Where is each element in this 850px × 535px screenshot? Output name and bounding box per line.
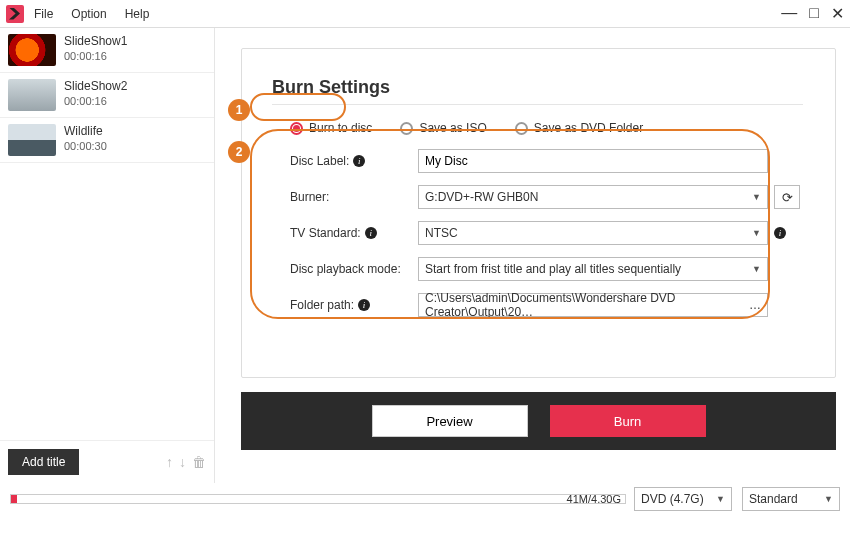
burner-select[interactable]: G:DVD+-RW GHB0N▼	[418, 185, 768, 209]
move-up-icon[interactable]: ↑	[166, 454, 173, 470]
burn-settings-panel: Burn Settings 1 Burn to disc Save as ISO…	[241, 48, 836, 378]
sidebar: SlideShow1 00:00:16 SlideShow2 00:00:16 …	[0, 28, 215, 483]
refresh-burner-button[interactable]: ⟳	[774, 185, 800, 209]
panel-title: Burn Settings	[272, 77, 803, 105]
footer: 41M/4.30G DVD (4.7G)▼ Standard▼	[0, 483, 850, 535]
radio-burn-to-disc[interactable]: Burn to disc	[290, 121, 372, 135]
chevron-down-icon: ▼	[752, 264, 761, 274]
close-icon[interactable]: ✕	[831, 4, 844, 23]
burner-label: Burner:	[290, 190, 418, 204]
delete-icon[interactable]: 🗑	[192, 454, 206, 470]
menu-file[interactable]: File	[34, 7, 53, 21]
maximize-icon[interactable]: □	[809, 4, 819, 23]
burn-button[interactable]: Burn	[550, 405, 706, 437]
action-bar: Preview Burn	[241, 392, 836, 450]
size-progress-bar: 41M/4.30G	[10, 494, 626, 504]
main-area: Burn Settings 1 Burn to disc Save as ISO…	[215, 28, 850, 483]
callout-1: 1	[228, 99, 250, 121]
chevron-down-icon: ▼	[752, 192, 761, 202]
tv-standard-label: TV Standard:i	[290, 226, 418, 240]
browse-icon[interactable]: …	[749, 298, 761, 312]
item-duration: 00:00:30	[64, 140, 107, 152]
move-down-icon[interactable]: ↓	[179, 454, 186, 470]
radio-save-iso[interactable]: Save as ISO	[400, 121, 486, 135]
quality-select[interactable]: Standard▼	[742, 487, 840, 511]
radio-save-folder[interactable]: Save as DVD Folder	[515, 121, 643, 135]
tv-standard-row: TV Standard:i NTSC▼ i	[272, 221, 803, 245]
disc-label-row: Disc Label:i	[272, 149, 803, 173]
playback-mode-select[interactable]: Start from frist title and play all titl…	[418, 257, 768, 281]
chevron-down-icon: ▼	[824, 494, 833, 504]
disc-label-label: Disc Label:i	[290, 154, 418, 168]
item-title: SlideShow1	[64, 34, 127, 48]
item-duration: 00:00:16	[64, 50, 127, 62]
menu-bar: File Option Help	[34, 7, 149, 21]
add-title-button[interactable]: Add title	[8, 449, 79, 475]
preview-button[interactable]: Preview	[372, 405, 528, 437]
info-icon[interactable]: i	[365, 227, 377, 239]
thumbnail	[8, 34, 56, 66]
output-type-row: Burn to disc Save as ISO Save as DVD Fol…	[272, 113, 803, 149]
playback-mode-label: Disc playback mode:	[290, 262, 418, 276]
item-title: Wildlife	[64, 124, 107, 138]
thumbnail	[8, 124, 56, 156]
disc-label-input[interactable]	[418, 149, 768, 173]
chevron-down-icon: ▼	[716, 494, 725, 504]
playback-mode-row: Disc playback mode: Start from frist tit…	[272, 257, 803, 281]
size-text: 41M/4.30G	[567, 493, 621, 505]
burner-row: Burner: G:DVD+-RW GHB0N▼ ⟳	[272, 185, 803, 209]
chevron-down-icon: ▼	[752, 228, 761, 238]
minimize-icon[interactable]: —	[781, 4, 797, 23]
info-icon[interactable]: i	[774, 227, 786, 239]
callout-2: 2	[228, 141, 250, 163]
tv-standard-select[interactable]: NTSC▼	[418, 221, 768, 245]
info-icon[interactable]: i	[358, 299, 370, 311]
folder-path-label: Folder path:i	[290, 298, 418, 312]
sidebar-items: SlideShow1 00:00:16 SlideShow2 00:00:16 …	[0, 28, 214, 440]
app-icon	[6, 5, 24, 23]
window-controls: — □ ✕	[781, 4, 844, 23]
title-bar: File Option Help — □ ✕	[0, 0, 850, 28]
list-item[interactable]: SlideShow2 00:00:16	[0, 73, 214, 118]
menu-option[interactable]: Option	[71, 7, 106, 21]
menu-help[interactable]: Help	[125, 7, 150, 21]
sidebar-bottom: Add title ↑ ↓ 🗑	[0, 440, 214, 483]
folder-path-field[interactable]: C:\Users\admin\Documents\Wondershare DVD…	[418, 293, 768, 317]
item-title: SlideShow2	[64, 79, 127, 93]
list-item[interactable]: SlideShow1 00:00:16	[0, 28, 214, 73]
item-duration: 00:00:16	[64, 95, 127, 107]
info-icon[interactable]: i	[353, 155, 365, 167]
disc-type-select[interactable]: DVD (4.7G)▼	[634, 487, 732, 511]
folder-path-row: Folder path:i C:\Users\admin\Documents\W…	[272, 293, 803, 317]
list-item[interactable]: Wildlife 00:00:30	[0, 118, 214, 163]
thumbnail	[8, 79, 56, 111]
